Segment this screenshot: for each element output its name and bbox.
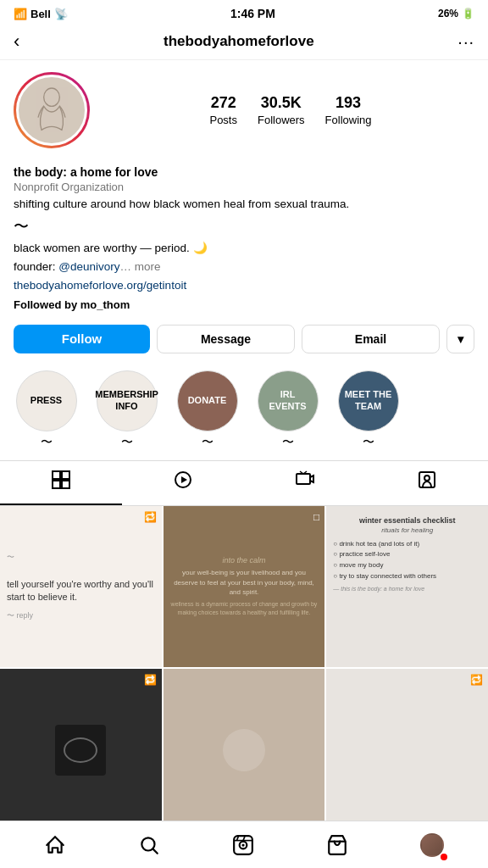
followers-stat[interactable]: 30.5K Followers	[258, 94, 305, 126]
highlight-membership[interactable]: MEMBERSHIP INFO 〜	[91, 370, 163, 450]
wifi-icon: 📡	[54, 8, 68, 20]
highlight-press[interactable]: PRESS 〜	[10, 370, 82, 450]
highlight-wave-membership: 〜	[121, 435, 133, 450]
svg-marker-6	[181, 476, 187, 483]
tab-grid[interactable]	[0, 461, 122, 505]
battery-icon: 🔋	[462, 8, 474, 19]
bio-founder-line: founder: @deunivory… more	[14, 259, 474, 275]
following-stat[interactable]: 193 Following	[325, 94, 372, 126]
photo-grid: 〜 tell yourself you're worthy and you'll…	[0, 506, 488, 831]
avatar-illustration	[26, 85, 77, 136]
profile-nav-avatar	[420, 833, 444, 857]
search-icon	[138, 834, 160, 856]
grid-item-6[interactable]: 🔁	[326, 669, 488, 831]
profile-display-name: the body: a home for love	[14, 165, 474, 179]
message-button[interactable]: Message	[157, 325, 295, 353]
highlight-circle-irl: IRL EVENTS	[258, 370, 319, 431]
notification-dot	[441, 854, 447, 860]
back-button[interactable]: ‹	[14, 31, 19, 53]
mention-deunivory[interactable]: @deunivory	[58, 260, 119, 273]
highlight-circle-donate: DONATE	[177, 370, 238, 431]
bio-wave: 〜	[14, 216, 474, 236]
svg-point-16	[241, 843, 244, 846]
profile-top: 272 Posts 30.5K Followers 193 Following	[14, 72, 474, 148]
followed-by: Followed by mo_thom	[14, 298, 474, 311]
svg-point-0	[44, 88, 60, 106]
grid-item-2[interactable]: into the calm your well-being is your li…	[164, 506, 325, 668]
bio-website: thebodyahomeforlove.org/getintoit	[14, 277, 474, 294]
profile-username: thebodyahomeforlove	[19, 33, 458, 50]
tab-reels[interactable]	[122, 461, 244, 505]
profile-stats: 272 Posts 30.5K Followers 193 Following	[107, 94, 474, 126]
grid-icon-1: 🔁	[144, 511, 157, 523]
status-left: 📶 Bell 📡	[14, 8, 68, 20]
email-button[interactable]: Email	[302, 325, 440, 353]
posts-label: Posts	[209, 114, 237, 126]
svg-rect-7	[297, 474, 310, 484]
highlight-wave-team: 〜	[363, 435, 374, 450]
status-right: 26% 🔋	[438, 8, 474, 19]
website-link[interactable]: thebodyahomeforlove.org/getintoit	[14, 279, 186, 292]
signal-icon: 📶	[14, 8, 27, 20]
nav-home[interactable]	[30, 827, 80, 863]
following-label: Following	[325, 114, 372, 126]
shop-icon	[326, 834, 348, 856]
grid-item-5[interactable]	[164, 669, 325, 831]
carrier-label: Bell	[30, 8, 51, 20]
dropdown-button[interactable]: ▾	[446, 325, 474, 353]
profile-section: 272 Posts 30.5K Followers 193 Following	[0, 60, 488, 157]
home-icon	[44, 834, 66, 856]
avatar	[16, 75, 87, 146]
grid-tab-icon	[51, 470, 71, 495]
highlight-wave-donate: 〜	[202, 435, 214, 450]
svg-point-11	[424, 476, 430, 481]
grid-icon-2: □	[313, 511, 319, 523]
bio-line2: black women are worthy — period. 🌙	[14, 240, 474, 257]
posts-count: 272	[211, 94, 236, 112]
highlight-team[interactable]: MEET THE TEAM 〜	[332, 370, 404, 450]
grid-icon-6: 🔁	[470, 674, 483, 686]
highlight-wave-irl: 〜	[282, 435, 294, 450]
nav-search[interactable]	[125, 827, 174, 863]
action-buttons: Follow Message Email ▾	[0, 316, 488, 364]
nav-profile[interactable]	[407, 826, 458, 864]
igtv-tab-icon	[295, 470, 315, 495]
header-nav: ‹ thebodyahomeforlove ···	[0, 24, 488, 60]
highlight-circle-team: MEET THE TEAM	[338, 370, 399, 431]
bio-line1: shifting culture around how black women …	[14, 197, 474, 213]
bottom-nav	[0, 821, 488, 868]
reels-nav-icon	[232, 834, 254, 856]
posts-stat[interactable]: 272 Posts	[209, 94, 237, 126]
nav-shop[interactable]	[313, 827, 362, 863]
avatar-wrapper[interactable]	[14, 72, 90, 148]
followers-label: Followers	[258, 114, 305, 126]
tabs-section	[0, 460, 488, 506]
status-time: 1:46 PM	[230, 7, 275, 20]
svg-rect-2	[62, 471, 69, 479]
svg-rect-1	[53, 471, 60, 479]
highlight-circle-membership: MEMBERSHIP INFO	[97, 370, 158, 431]
nav-reels[interactable]	[219, 827, 268, 863]
highlight-donate[interactable]: DONATE 〜	[171, 370, 243, 450]
grid-item-4[interactable]: 🔁	[0, 669, 162, 831]
svg-rect-4	[62, 481, 69, 488]
reels-tab-icon	[173, 470, 193, 495]
tab-igtv[interactable]	[244, 461, 366, 505]
following-count: 193	[336, 94, 361, 112]
grid-item-1[interactable]: 〜 tell yourself you're worthy and you'll…	[0, 506, 162, 668]
highlight-irl[interactable]: IRL EVENTS 〜	[252, 370, 324, 450]
highlight-wave-press: 〜	[41, 435, 53, 450]
grid-item-3[interactable]: winter essentials checklist rituals for …	[326, 506, 488, 668]
followers-count: 30.5K	[261, 94, 302, 112]
follow-button[interactable]: Follow	[14, 325, 150, 353]
more-options-button[interactable]: ···	[458, 32, 474, 52]
tab-tagged[interactable]	[366, 461, 488, 505]
svg-line-13	[153, 849, 158, 853]
tagged-tab-icon	[417, 470, 437, 495]
highlight-circle-press: PRESS	[16, 370, 77, 431]
grid-icon-4: 🔁	[144, 674, 157, 686]
highlights-section: PRESS 〜 MEMBERSHIP INFO 〜 DONATE 〜 IRL E…	[0, 364, 488, 460]
status-bar: 📶 Bell 📡 1:46 PM 26% 🔋	[0, 0, 488, 24]
profile-category: Nonprofit Organization	[14, 181, 474, 193]
bio-section: the body: a home for love Nonprofit Orga…	[0, 157, 488, 316]
